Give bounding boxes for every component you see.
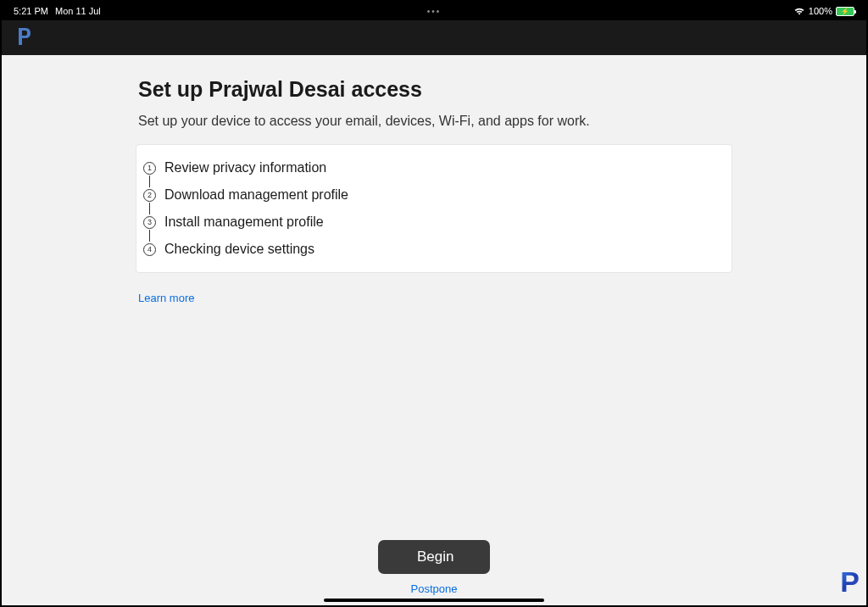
app-header <box>2 20 866 55</box>
step-item-4: 4 Checking device settings <box>143 242 725 257</box>
status-bar-left: 5:21 PM Mon 11 Jul <box>14 6 101 16</box>
status-date: Mon 11 Jul <box>55 6 101 16</box>
company-portal-logo <box>17 26 32 50</box>
status-time: 5:21 PM <box>14 6 48 16</box>
postpone-link[interactable]: Postpone <box>411 582 458 595</box>
step-number-icon: 1 <box>143 162 156 175</box>
page-title: Set up Prajwal Desai access <box>138 77 730 102</box>
step-item-1: 1 Review privacy information <box>143 160 725 175</box>
step-connector <box>149 230 150 242</box>
step-item-3: 3 Install management profile <box>143 214 725 230</box>
page-subtitle: Set up your device to access your email,… <box>138 114 730 129</box>
wifi-icon <box>793 7 805 15</box>
title-section: Set up Prajwal Desai access Set up your … <box>136 70 732 144</box>
step-label: Review privacy information <box>164 160 326 175</box>
charging-bolt-icon: ⚡ <box>841 8 849 15</box>
learn-more-link[interactable]: Learn more <box>136 273 197 323</box>
step-number-icon: 3 <box>143 216 156 229</box>
step-number-icon: 4 <box>143 243 156 256</box>
content-area: Set up Prajwal Desai access Set up your … <box>2 55 866 605</box>
step-connector <box>149 175 150 187</box>
battery-percent: 100% <box>809 6 832 16</box>
step-label: Checking device settings <box>164 242 314 257</box>
step-label: Download management profile <box>164 187 348 203</box>
status-bar-dots: ••• <box>427 7 442 16</box>
steps-card: 1 Review privacy information 2 Download … <box>136 144 732 273</box>
bottom-actions: Begin Postpone <box>378 540 490 595</box>
step-item-2: 2 Download management profile <box>143 187 725 203</box>
begin-button[interactable]: Begin <box>378 540 490 574</box>
status-bar: 5:21 PM Mon 11 Jul ••• 100% ⚡ <box>2 2 866 20</box>
step-label: Install management profile <box>164 214 324 230</box>
step-connector <box>149 203 150 214</box>
battery-icon: ⚡ <box>836 7 854 16</box>
status-bar-right: 100% ⚡ <box>793 6 854 16</box>
watermark-logo: P <box>840 565 860 599</box>
home-indicator[interactable] <box>324 599 544 602</box>
step-number-icon: 2 <box>143 189 156 202</box>
main-content: Set up Prajwal Desai access Set up your … <box>136 70 732 323</box>
